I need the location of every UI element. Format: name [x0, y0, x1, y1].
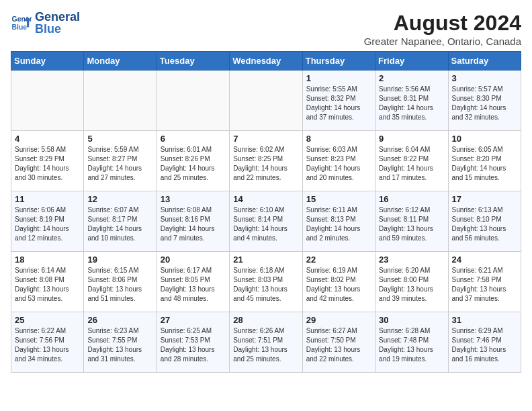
calendar-cell: 2Sunrise: 5:56 AM Sunset: 8:31 PM Daylig…	[375, 71, 448, 131]
day-info: Sunrise: 6:05 AM Sunset: 8:20 PM Dayligh…	[452, 145, 517, 183]
day-header-sunday: Sunday	[11, 52, 84, 71]
day-number: 16	[379, 194, 444, 204]
calendar-cell: 1Sunrise: 5:55 AM Sunset: 8:32 PM Daylig…	[302, 71, 375, 131]
calendar-cell: 22Sunrise: 6:19 AM Sunset: 8:02 PM Dayli…	[302, 252, 375, 312]
calendar-cell	[157, 71, 229, 131]
day-info: Sunrise: 6:01 AM Sunset: 8:26 PM Dayligh…	[161, 145, 226, 183]
calendar-cell: 24Sunrise: 6:21 AM Sunset: 7:58 PM Dayli…	[448, 252, 521, 312]
day-number: 5	[87, 134, 152, 144]
day-info: Sunrise: 6:06 AM Sunset: 8:19 PM Dayligh…	[15, 205, 80, 243]
calendar-cell: 11Sunrise: 6:06 AM Sunset: 8:19 PM Dayli…	[11, 191, 84, 252]
calendar-cell	[84, 71, 157, 131]
calendar-cell: 31Sunrise: 6:29 AM Sunset: 7:46 PM Dayli…	[448, 312, 521, 373]
day-number: 28	[233, 315, 298, 325]
day-info: Sunrise: 6:15 AM Sunset: 8:06 PM Dayligh…	[87, 266, 152, 304]
day-info: Sunrise: 5:59 AM Sunset: 8:27 PM Dayligh…	[87, 145, 152, 183]
day-number: 27	[161, 315, 226, 325]
day-number: 2	[379, 73, 444, 83]
calendar-cell: 20Sunrise: 6:17 AM Sunset: 8:05 PM Dayli…	[157, 252, 229, 312]
calendar-cell: 28Sunrise: 6:26 AM Sunset: 7:51 PM Dayli…	[230, 312, 302, 373]
day-info: Sunrise: 6:10 AM Sunset: 8:14 PM Dayligh…	[233, 205, 298, 243]
logo: General Blue General Blue	[11, 11, 80, 35]
week-row-1: 1Sunrise: 5:55 AM Sunset: 8:32 PM Daylig…	[11, 71, 521, 131]
day-number: 30	[379, 315, 444, 325]
day-number: 14	[233, 194, 298, 204]
week-row-5: 25Sunrise: 6:22 AM Sunset: 7:56 PM Dayli…	[11, 312, 521, 373]
title-area: August 2024 Greater Napanee, Ontario, Ca…	[364, 11, 521, 47]
day-info: Sunrise: 6:18 AM Sunset: 8:03 PM Dayligh…	[233, 266, 298, 304]
day-info: Sunrise: 6:29 AM Sunset: 7:46 PM Dayligh…	[452, 326, 517, 364]
logo-icon: General Blue	[11, 12, 32, 34]
calendar-cell	[230, 71, 302, 131]
week-row-3: 11Sunrise: 6:06 AM Sunset: 8:19 PM Dayli…	[11, 191, 521, 252]
calendar-cell: 26Sunrise: 6:23 AM Sunset: 7:55 PM Dayli…	[84, 312, 157, 373]
day-info: Sunrise: 6:22 AM Sunset: 7:56 PM Dayligh…	[15, 326, 80, 364]
day-number: 13	[161, 194, 226, 204]
day-number: 31	[452, 315, 517, 325]
calendar-cell: 3Sunrise: 5:57 AM Sunset: 8:30 PM Daylig…	[448, 71, 521, 131]
calendar-cell: 10Sunrise: 6:05 AM Sunset: 8:20 PM Dayli…	[448, 131, 521, 191]
day-info: Sunrise: 6:13 AM Sunset: 8:10 PM Dayligh…	[452, 205, 517, 243]
day-number: 9	[379, 134, 444, 144]
week-row-2: 4Sunrise: 5:58 AM Sunset: 8:29 PM Daylig…	[11, 131, 521, 191]
day-number: 29	[306, 315, 371, 325]
day-number: 21	[233, 255, 298, 265]
week-row-4: 18Sunrise: 6:14 AM Sunset: 8:08 PM Dayli…	[11, 252, 521, 312]
calendar-cell: 8Sunrise: 6:03 AM Sunset: 8:23 PM Daylig…	[302, 131, 375, 191]
day-header-friday: Friday	[375, 52, 448, 71]
day-number: 25	[15, 315, 80, 325]
logo-text: General Blue	[35, 11, 80, 35]
calendar-cell: 18Sunrise: 6:14 AM Sunset: 8:08 PM Dayli…	[11, 252, 84, 312]
day-info: Sunrise: 6:17 AM Sunset: 8:05 PM Dayligh…	[161, 266, 226, 304]
day-info: Sunrise: 6:03 AM Sunset: 8:23 PM Dayligh…	[306, 145, 371, 183]
day-info: Sunrise: 6:02 AM Sunset: 8:25 PM Dayligh…	[233, 145, 298, 183]
day-header-thursday: Thursday	[302, 52, 375, 71]
day-number: 10	[452, 134, 517, 144]
calendar-cell: 7Sunrise: 6:02 AM Sunset: 8:25 PM Daylig…	[230, 131, 302, 191]
day-info: Sunrise: 6:25 AM Sunset: 7:53 PM Dayligh…	[161, 326, 226, 364]
day-info: Sunrise: 6:08 AM Sunset: 8:16 PM Dayligh…	[161, 205, 226, 243]
calendar-cell: 29Sunrise: 6:27 AM Sunset: 7:50 PM Dayli…	[302, 312, 375, 373]
calendar-cell: 13Sunrise: 6:08 AM Sunset: 8:16 PM Dayli…	[157, 191, 229, 252]
calendar-cell: 4Sunrise: 5:58 AM Sunset: 8:29 PM Daylig…	[11, 131, 84, 191]
day-number: 18	[15, 255, 80, 265]
day-number: 1	[306, 73, 371, 83]
calendar-cell: 25Sunrise: 6:22 AM Sunset: 7:56 PM Dayli…	[11, 312, 84, 373]
calendar-cell	[11, 71, 84, 131]
subtitle: Greater Napanee, Ontario, Canada	[364, 36, 521, 47]
day-info: Sunrise: 6:27 AM Sunset: 7:50 PM Dayligh…	[306, 326, 371, 364]
day-number: 26	[87, 315, 152, 325]
calendar-cell: 19Sunrise: 6:15 AM Sunset: 8:06 PM Dayli…	[84, 252, 157, 312]
main-title: August 2024	[364, 11, 521, 36]
day-number: 19	[87, 255, 152, 265]
day-header-wednesday: Wednesday	[230, 52, 302, 71]
day-header-saturday: Saturday	[448, 52, 521, 71]
day-info: Sunrise: 6:23 AM Sunset: 7:55 PM Dayligh…	[87, 326, 152, 364]
calendar-cell: 9Sunrise: 6:04 AM Sunset: 8:22 PM Daylig…	[375, 131, 448, 191]
calendar-cell: 14Sunrise: 6:10 AM Sunset: 8:14 PM Dayli…	[230, 191, 302, 252]
calendar-cell: 30Sunrise: 6:28 AM Sunset: 7:48 PM Dayli…	[375, 312, 448, 373]
calendar-cell: 15Sunrise: 6:11 AM Sunset: 8:13 PM Dayli…	[302, 191, 375, 252]
day-info: Sunrise: 6:14 AM Sunset: 8:08 PM Dayligh…	[15, 266, 80, 304]
header: General Blue General Blue August 2024 Gr…	[11, 11, 521, 47]
day-number: 11	[15, 194, 80, 204]
day-info: Sunrise: 6:07 AM Sunset: 8:17 PM Dayligh…	[87, 205, 152, 243]
day-number: 8	[306, 134, 371, 144]
day-number: 22	[306, 255, 371, 265]
day-header-tuesday: Tuesday	[157, 52, 229, 71]
calendar-cell: 16Sunrise: 6:12 AM Sunset: 8:11 PM Dayli…	[375, 191, 448, 252]
day-number: 3	[452, 73, 517, 83]
day-info: Sunrise: 6:26 AM Sunset: 7:51 PM Dayligh…	[233, 326, 298, 364]
day-info: Sunrise: 6:11 AM Sunset: 8:13 PM Dayligh…	[306, 205, 371, 243]
day-info: Sunrise: 5:55 AM Sunset: 8:32 PM Dayligh…	[306, 85, 371, 122]
day-info: Sunrise: 6:19 AM Sunset: 8:02 PM Dayligh…	[306, 266, 371, 304]
calendar-cell: 27Sunrise: 6:25 AM Sunset: 7:53 PM Dayli…	[157, 312, 229, 373]
calendar-cell: 17Sunrise: 6:13 AM Sunset: 8:10 PM Dayli…	[448, 191, 521, 252]
calendar-cell: 21Sunrise: 6:18 AM Sunset: 8:03 PM Dayli…	[230, 252, 302, 312]
day-info: Sunrise: 6:20 AM Sunset: 8:00 PM Dayligh…	[379, 266, 444, 304]
calendar-cell: 6Sunrise: 6:01 AM Sunset: 8:26 PM Daylig…	[157, 131, 229, 191]
day-number: 15	[306, 194, 371, 204]
day-info: Sunrise: 6:21 AM Sunset: 7:58 PM Dayligh…	[452, 266, 517, 304]
calendar-cell: 12Sunrise: 6:07 AM Sunset: 8:17 PM Dayli…	[84, 191, 157, 252]
calendar-cell: 23Sunrise: 6:20 AM Sunset: 8:00 PM Dayli…	[375, 252, 448, 312]
